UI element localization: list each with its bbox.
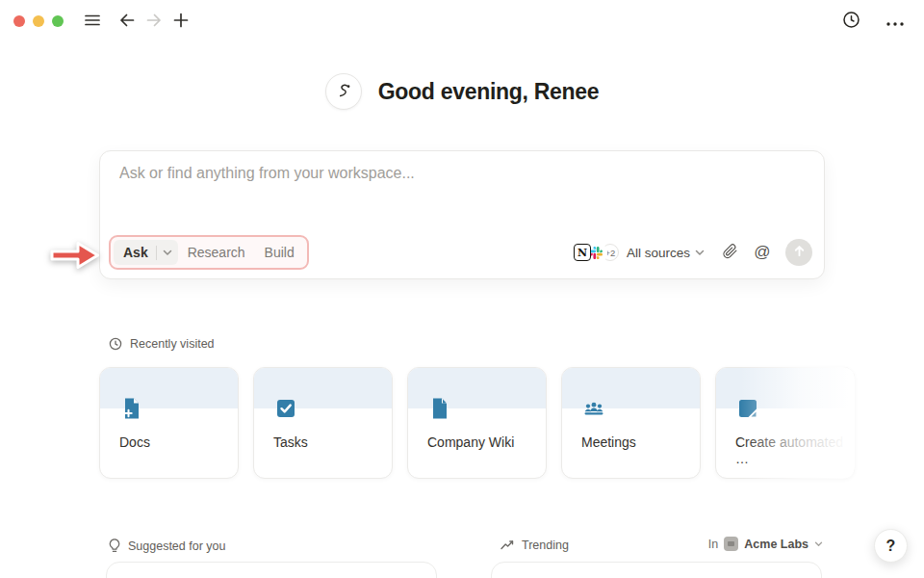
search-input-field[interactable]: [119, 165, 805, 182]
lightbulb-icon: [109, 539, 120, 553]
task-check-icon: [273, 396, 298, 421]
back-button[interactable]: [114, 8, 141, 35]
more-options-button[interactable]: [882, 8, 909, 35]
traffic-lights: [13, 15, 64, 27]
trending-header: Trending: [500, 539, 569, 552]
search-card: Ask Research Build N +2: [99, 150, 825, 279]
page-icon: [427, 396, 452, 421]
sidebar-toggle-button[interactable]: [79, 8, 106, 35]
search-toolbar: Ask Research Build N +2: [109, 235, 812, 270]
suggested-header: Suggested for you: [109, 539, 225, 553]
mode-research-button[interactable]: Research: [178, 240, 255, 265]
card-label: Docs: [119, 434, 228, 451]
trending-card[interactable]: [491, 562, 822, 578]
plus-icon: [171, 11, 191, 33]
sources-selector[interactable]: N +2 All sources: [574, 244, 705, 262]
template-icon: [735, 396, 760, 421]
annotation-arrow: [49, 237, 101, 274]
mode-ask-label: Ask: [123, 245, 148, 260]
arrow-right-icon: [144, 11, 164, 33]
workspace-logo-icon: [724, 537, 738, 551]
chevron-down-icon: [163, 250, 172, 256]
card-tasks[interactable]: Tasks: [253, 367, 393, 479]
new-tab-button[interactable]: [167, 8, 194, 35]
notion-face-icon: [325, 73, 362, 110]
forward-button[interactable]: [141, 8, 167, 35]
notion-icon: N: [574, 244, 591, 261]
at-sign-icon: @: [754, 243, 770, 262]
mode-build-button[interactable]: Build: [255, 240, 304, 265]
annotation-highlight-box: Ask Research Build: [109, 235, 309, 270]
toolbar-right: N +2 All sources @: [574, 239, 812, 266]
zoom-window-button[interactable]: [52, 15, 64, 27]
mode-switch: Ask Research Build: [114, 240, 304, 265]
card-label: Tasks: [273, 434, 382, 451]
suggested-title: Suggested for you: [128, 539, 225, 553]
titlebar: [0, 0, 924, 42]
mention-button[interactable]: @: [749, 239, 776, 266]
card-docs[interactable]: Docs: [99, 367, 239, 479]
submit-button[interactable]: [785, 239, 812, 266]
recently-visited-title: Recently visited: [130, 337, 215, 351]
greeting: Good evening, Renee: [0, 73, 924, 110]
recently-visited-header: Recently visited: [109, 337, 215, 351]
help-button[interactable]: ?: [874, 529, 908, 563]
greeting-title: Good evening, Renee: [378, 79, 599, 105]
chevron-down-icon: [695, 250, 705, 256]
arrow-up-icon: [793, 245, 806, 260]
mode-divider: [156, 246, 157, 260]
card-create-automated[interactable]: Create automated …: [715, 367, 855, 479]
card-label: Meetings: [581, 434, 690, 451]
attach-file-button[interactable]: [716, 239, 743, 266]
notion-home-window: Good evening, Renee Ask Research Build: [0, 0, 924, 578]
paperclip-icon: [722, 243, 738, 262]
card-company-wiki[interactable]: Company Wiki: [407, 367, 547, 479]
close-window-button[interactable]: [13, 15, 25, 27]
arrow-left-icon: [117, 11, 137, 33]
scope-prefix: In: [708, 538, 718, 551]
card-meetings[interactable]: Meetings: [561, 367, 701, 479]
trending-icon: [500, 540, 514, 550]
hamburger-icon: [83, 11, 102, 33]
clock-icon: [109, 337, 122, 351]
meeting-people-icon: [581, 396, 606, 421]
minimize-window-button[interactable]: [33, 15, 44, 27]
search-input[interactable]: [119, 165, 805, 182]
ellipsis-icon: [886, 14, 904, 29]
recently-visited-cards: Docs Tasks Company Wiki Meetings: [99, 367, 855, 479]
doc-plus-icon: [119, 396, 144, 421]
sources-label: All sources: [627, 246, 690, 260]
clock-icon: [842, 11, 860, 32]
source-icons: N +2: [574, 244, 619, 262]
card-label: Create automated …: [735, 434, 844, 467]
workspace-name: Acme Labs: [744, 538, 808, 551]
card-label: Company Wiki: [427, 434, 536, 451]
workspace-scope-selector[interactable]: In Acme Labs: [708, 537, 823, 551]
mode-ask-button[interactable]: Ask: [114, 240, 178, 265]
trending-title: Trending: [522, 539, 569, 552]
chevron-down-icon: [814, 541, 823, 547]
suggested-card[interactable]: [106, 562, 437, 578]
history-button[interactable]: [837, 8, 864, 35]
